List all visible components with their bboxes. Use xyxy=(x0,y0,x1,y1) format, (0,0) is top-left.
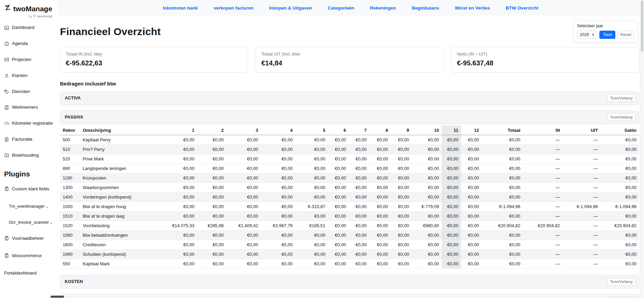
amount-cell: €0,00 xyxy=(226,202,261,211)
sidebar-item-kilometer-registratie[interactable]: Kilometer registratie xyxy=(4,121,54,128)
amount-cell: €0,00 xyxy=(369,145,391,154)
plugin-item-portaldashboard[interactable]: Portaldashboard xyxy=(4,270,54,276)
reknr-cell: 520 xyxy=(60,154,80,164)
amount-cell: €0,00 xyxy=(295,145,328,154)
amount-cell: €0,00 xyxy=(261,173,295,183)
amount-cell: €0,00 xyxy=(461,183,482,192)
table-row[interactable]: 550Kapitaal Mark€0,00€0,00€0,00€0,00€0,0… xyxy=(60,259,639,269)
top-nav: Inkomsten bankverkopen facturenInkopen &… xyxy=(57,0,644,16)
amount-cell: €0,00 xyxy=(461,154,482,164)
reknr-cell: 890 xyxy=(60,164,80,173)
amount-cell: €0,00 xyxy=(369,202,391,211)
horizontal-scrollbar-thumb[interactable] xyxy=(50,296,64,298)
amount-cell: €0,00 xyxy=(226,154,261,164)
table-row[interactable]: 1500Btw af te dragen hoog€0,00€0,00€0,00… xyxy=(60,202,639,211)
sidebar-item-projecten[interactable]: Projecten xyxy=(4,57,54,64)
topnav-link-beginbalans[interactable]: Beginbalans xyxy=(412,5,439,11)
amount-cell: €0,00 xyxy=(391,231,412,240)
amount-cell: €0,00 xyxy=(328,183,349,192)
column-header-reknr: Reknr xyxy=(60,125,80,135)
omschrijving-cell: Voorbelasting xyxy=(80,221,167,231)
topnav-link-inkopen-uitgaven[interactable]: Inkopen & Uitgaven xyxy=(269,5,312,11)
table-row[interactable]: 1510Btw af te dragen laag€0,00€0,00€0,00… xyxy=(60,211,639,221)
table-row[interactable]: 510Priv? Perry€0,00€0,00€0,00€0,00€0,00€… xyxy=(60,145,639,154)
table-header-row: ReknrOmschrijving123456789101112TotaalIN… xyxy=(60,125,639,135)
sidebar-item-dashboard[interactable]: Dashboard xyxy=(4,25,54,32)
toggle-button-kosten[interactable]: Toon/Verberg xyxy=(607,278,635,285)
sidebar-item-boekhouding[interactable]: Boekhouding xyxy=(4,153,54,160)
amount-cell: €0,00 xyxy=(226,240,261,250)
amount-cell: €0,00 xyxy=(261,164,295,173)
amount-cell: €14.075,33 xyxy=(167,221,197,231)
amount-cell: €0,00 xyxy=(442,259,461,269)
amount-cell: €0,00 xyxy=(295,154,328,164)
amount-cell: €0,00 xyxy=(328,135,349,145)
mileage-icon xyxy=(4,121,9,128)
year-selector-label: Selecteer jaar xyxy=(577,23,634,28)
table-row[interactable]: 1300Waarborgsommen€0,00€0,00€0,00€0,00€0… xyxy=(60,183,639,192)
amount-cell: €0,00 xyxy=(328,259,349,269)
toon-button[interactable]: Toon xyxy=(599,31,615,39)
amount-cell: €0,00 xyxy=(349,240,369,250)
amount-cell: €0,00 xyxy=(391,202,412,211)
amount-cell: €0,00 xyxy=(391,211,412,221)
column-header-12: 12 xyxy=(461,125,482,135)
plugin-item-tm-eventmanager[interactable]: Tm_eventmanager⌄ xyxy=(4,204,54,209)
amount-cell: €0,00 xyxy=(197,192,226,202)
agenda-icon xyxy=(4,41,9,48)
table-row[interactable]: 1400Vorderingen (kortlopend)€0,00€0,00€0… xyxy=(60,192,639,202)
summary-card-value: €14,84 xyxy=(261,59,438,67)
topnav-link-btw-overzicht[interactable]: BTW Overzicht xyxy=(506,5,538,11)
amount-cell: €0,00 xyxy=(167,154,197,164)
reset-button[interactable]: Reset xyxy=(617,31,634,39)
invoicing-icon xyxy=(4,137,9,144)
sidebar-item-diensten[interactable]: Diensten xyxy=(4,89,54,96)
amount-cell: — xyxy=(523,164,563,173)
amount-cell: €0,00 xyxy=(167,192,197,202)
reknr-cell: 1500 xyxy=(60,202,80,211)
topnav-link-categorie-n[interactable]: Categorieën xyxy=(328,5,354,11)
table-row[interactable]: 1560Btw betaald/ontvangen€0,00€0,00€0,00… xyxy=(60,231,639,240)
sidebar-item-klanten[interactable]: Klanten xyxy=(4,73,54,80)
amount-cell: €0,00 xyxy=(167,250,197,259)
topnav-link-winst-en-verlies[interactable]: Winst en Verlies xyxy=(455,5,490,11)
table-row[interactable]: 890Langlopende leningen€0,00€0,00€0,00€0… xyxy=(60,164,639,173)
column-header-2: 2 xyxy=(197,125,226,135)
sidebar-item-facturatie[interactable]: Facturatie xyxy=(4,137,54,144)
plugin-item-custom-klant-fields[interactable]: Custom klant fields xyxy=(4,186,54,193)
table-row[interactable]: 520Prive Mark€0,00€0,00€0,00€0,00€0,00€0… xyxy=(60,154,639,164)
plugin-item-ocr-invoice-scanner[interactable]: Ocr_invoice_scanner⌄ xyxy=(4,220,54,225)
plugin-item-woocommerce[interactable]: Woocommerce xyxy=(4,253,54,260)
app-logo[interactable]: twoManage xyxy=(4,4,54,13)
amount-cell: €0,00 xyxy=(226,145,261,154)
amount-cell: €0,00 xyxy=(391,192,412,202)
toggle-button-activa[interactable]: Toon/Verberg xyxy=(607,94,635,102)
topnav-link-verkopen-facturen[interactable]: verkopen facturen xyxy=(214,5,254,11)
amount-cell: — xyxy=(563,240,600,250)
amount-cell: — xyxy=(523,250,563,259)
topnav-link-rekeningen[interactable]: Rekeningen xyxy=(370,5,396,11)
amount-cell: €0,00 xyxy=(412,211,442,221)
amount-cell: €1.409,42 xyxy=(226,221,261,231)
sidebar-item-werknemers[interactable]: Werknemers xyxy=(4,105,54,112)
toggle-button-passiva[interactable]: Toon/Verberg xyxy=(607,113,635,121)
plugin-item-voorraadbeheer[interactable]: Voorraadbeheer xyxy=(4,236,54,242)
topnav-link-inkomsten-bank[interactable]: Inkomsten bank xyxy=(163,5,198,11)
amount-cell: €0,00 xyxy=(391,259,412,269)
vertical-scrollbar[interactable] xyxy=(640,0,644,298)
amount-cell: €-779,09 xyxy=(412,202,442,211)
omschrijving-cell: Btw betaald/ontvangen xyxy=(80,231,167,240)
table-row[interactable]: 1990Schulden (kortlopend)€0,00€0,00€0,00… xyxy=(60,250,639,259)
amount-cell: €0,00 xyxy=(601,173,639,183)
amount-cell: €0,00 xyxy=(328,211,349,221)
table-row[interactable]: 1190Kruisposten€0,00€0,00€0,00€0,00€0,00… xyxy=(60,173,639,183)
table-row[interactable]: 1600Crediteuren€0,00€0,00€0,00€0,00€0,00… xyxy=(60,240,639,250)
year-select[interactable]: 2025 ▼ xyxy=(577,31,597,39)
table-row[interactable]: 1520Voorbelasting€14.075,33€285,98€1.409… xyxy=(60,221,639,231)
section-bar-kosten: KOSTEN Toon/Verberg xyxy=(60,275,639,288)
vertical-scrollbar-thumb[interactable] xyxy=(641,1,643,52)
table-row[interactable]: 500Kapitaal Perry€0,00€0,00€0,00€0,00€0,… xyxy=(60,135,639,145)
sidebar-item-agenda[interactable]: Agenda xyxy=(4,41,54,48)
amount-cell: €0,00 xyxy=(391,154,412,164)
amounts-note: Bedragen inclusief btw xyxy=(60,81,639,87)
